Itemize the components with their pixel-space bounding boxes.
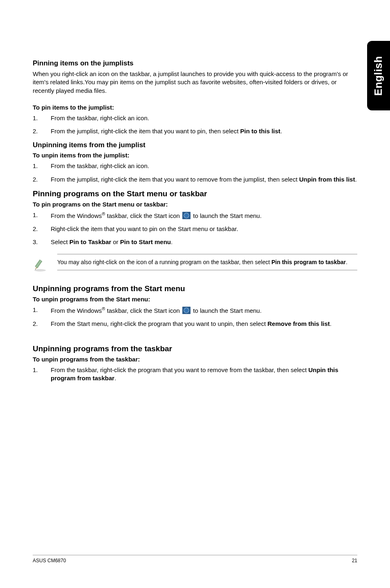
page-content: Pinning items on the jumplists When you … [0, 0, 390, 383]
windows-start-icon [182, 212, 191, 219]
note-text: You may also right-click on the icon of … [57, 254, 357, 271]
list-text: From the jumplist, right-click the item … [51, 128, 282, 135]
heading-pin-jumplist: Pinning items on the jumplists [33, 59, 357, 67]
list-item: 2. From the jumplist, right-click the it… [33, 127, 357, 135]
list-text: From the Windows® taskbar, click the Sta… [51, 307, 262, 314]
list-text: From the Windows® taskbar, click the Sta… [51, 212, 262, 219]
list-text: Right-click the item that you want to pi… [51, 225, 238, 232]
windows-start-icon [182, 307, 191, 314]
intro-pin-jumplist: When you right-click an icon on the task… [33, 70, 357, 95]
list-pin-jumplist: 1. From the taskbar, right-click an icon… [33, 114, 357, 136]
list-item: 1. From the taskbar, right-click an icon… [33, 114, 357, 122]
footer-model: ASUS CM6870 [33, 558, 66, 563]
heading-pin-programs: Pinning programs on the Start menu or ta… [33, 189, 357, 198]
list-item: 1. From the Windows® taskbar, click the … [33, 211, 357, 220]
heading-unpin-jumplist: Unpinning items from the jumplist [33, 141, 357, 149]
list-number: 1. [33, 306, 38, 314]
list-number: 1. [33, 162, 38, 170]
list-item: 1. From the taskbar, right-click the pro… [33, 366, 357, 383]
list-text: From the Start menu, right-click the pro… [51, 320, 332, 327]
list-text: Select Pin to Taskbar or Pin to Start me… [51, 238, 173, 245]
list-number: 3. [33, 238, 38, 246]
list-text: From the taskbar, right-click the progra… [51, 366, 338, 382]
subhead-pin-jumplist: To pin items to the jumplist: [33, 104, 357, 111]
list-pin-programs: 1. From the Windows® taskbar, click the … [33, 211, 357, 247]
list-number: 2. [33, 175, 38, 184]
subhead-unpin-taskbar: To unpin programs from the taskbar: [33, 356, 357, 363]
svg-point-2 [34, 269, 46, 272]
subhead-pin-programs: To pin programs on the Start menu or tas… [33, 201, 357, 208]
list-number: 1. [33, 211, 38, 219]
list-item: 2. Right-click the item that you want to… [33, 225, 357, 233]
list-item: 1. From the Windows® taskbar, click the … [33, 306, 357, 315]
list-number: 2. [33, 225, 38, 233]
list-item: 2. From the jumplist, right-click the it… [33, 175, 357, 184]
subhead-unpin-start: To unpin programs from the Start menu: [33, 296, 357, 303]
page-footer: ASUS CM6870 21 [33, 555, 357, 563]
list-unpin-start: 1. From the Windows® taskbar, click the … [33, 306, 357, 328]
language-tab-label: English [372, 56, 385, 95]
pencil-icon [33, 254, 57, 273]
list-text: From the taskbar, right-click an icon. [51, 114, 149, 121]
language-tab: English [367, 41, 390, 110]
list-number: 1. [33, 366, 38, 374]
subhead-unpin-jumplist: To unpin items from the jumplist: [33, 152, 357, 159]
list-text: From the jumplist, right-click the item … [51, 176, 357, 183]
heading-unpin-start: Unpinning programs from the Start menu [33, 284, 357, 293]
heading-unpin-taskbar: Unpinning programs from the taskbar [33, 344, 357, 353]
note-block: You may also right-click on the icon of … [33, 254, 357, 273]
svg-rect-4 [35, 260, 42, 268]
list-number: 2. [33, 320, 38, 328]
list-number: 2. [33, 127, 38, 135]
list-item: 2. From the Start menu, right-click the … [33, 320, 357, 328]
list-text: From the taskbar, right-click an icon. [51, 162, 149, 169]
footer-page-number: 21 [352, 558, 357, 563]
list-number: 1. [33, 114, 38, 122]
list-item: 1. From the taskbar, right-click an icon… [33, 162, 357, 170]
list-item: 3. Select Pin to Taskbar or Pin to Start… [33, 238, 357, 246]
list-unpin-taskbar: 1. From the taskbar, right-click the pro… [33, 366, 357, 383]
list-unpin-jumplist: 1. From the taskbar, right-click an icon… [33, 162, 357, 184]
